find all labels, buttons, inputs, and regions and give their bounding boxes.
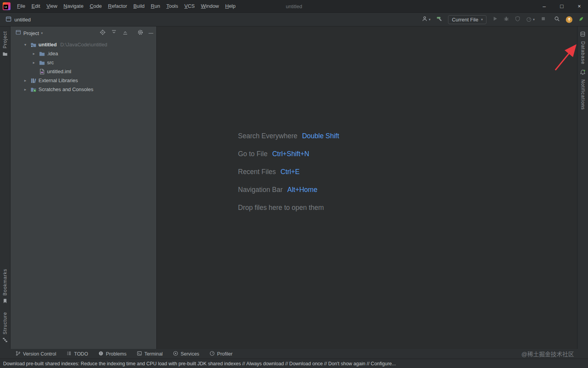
chevron-right-icon[interactable]: ▸: [22, 78, 28, 83]
collapse-all-icon[interactable]: [122, 29, 128, 37]
search-everywhere-icon[interactable]: [554, 16, 560, 23]
tree-item-src-folder[interactable]: ▸ src: [10, 58, 156, 67]
tool-button-label: TODO: [74, 351, 88, 357]
menu-window[interactable]: Window: [198, 0, 222, 12]
profiler-gauge-icon: [210, 351, 215, 357]
stripe-structure-label: Structure: [2, 312, 8, 335]
gear-icon[interactable]: [137, 29, 144, 37]
menu-file[interactable]: File: [14, 0, 28, 12]
project-panel-title[interactable]: Project: [23, 30, 39, 36]
menu-help[interactable]: Help: [222, 0, 239, 12]
tree-item-scratches[interactable]: ▸ Scratches and Consoles: [10, 85, 156, 94]
profiler-button[interactable]: ▾: [526, 17, 535, 22]
empty-state-shortcuts: Search Everywhere Double Shift Go to Fil…: [238, 127, 339, 217]
tool-button-version-control[interactable]: Version Control: [16, 351, 56, 357]
project-tree: ▾ untitled D:\JavaCode\untitled ▸ .idea …: [10, 40, 156, 94]
run-configuration-label: Current File: [452, 17, 478, 23]
code-with-me-icon[interactable]: [578, 16, 584, 23]
run-button[interactable]: [492, 16, 498, 23]
stripe-database-button[interactable]: Database: [578, 31, 588, 64]
shortcut-label: Go to File: [238, 150, 268, 158]
title-bar: IJ File Edit View Navigate Code Refactor…: [0, 0, 588, 13]
menu-view[interactable]: View: [43, 0, 60, 12]
editor-area: Search Everywhere Double Shift Go to Fil…: [157, 26, 577, 349]
project-panel-icon: [16, 30, 21, 37]
menu-vcs[interactable]: VCS: [181, 0, 198, 12]
chevron-down-icon: ▾: [429, 18, 430, 21]
chevron-down-icon: ▾: [481, 18, 483, 21]
run-configuration-select[interactable]: Current File ▾: [448, 15, 486, 24]
tool-button-profiler[interactable]: Profiler: [210, 351, 233, 357]
terminal-icon: [137, 351, 142, 357]
intellij-logo-letters: IJ: [4, 5, 8, 9]
tool-button-label: Version Control: [23, 351, 56, 357]
project-panel-actions: ―: [100, 29, 153, 37]
tool-button-todo[interactable]: TODO: [66, 351, 88, 357]
shortcut-line: Recent Files Ctrl+E: [238, 163, 339, 181]
hide-panel-icon[interactable]: ―: [149, 31, 153, 35]
tool-button-label: Profiler: [217, 351, 233, 357]
menu-navigate[interactable]: Navigate: [60, 0, 86, 12]
libraries-icon: [30, 77, 37, 84]
project-widget[interactable]: untitled: [5, 16, 31, 23]
status-separator: //: [323, 361, 328, 366]
chevron-down-icon[interactable]: ▾: [41, 31, 43, 35]
menu-code[interactable]: Code: [87, 0, 105, 12]
status-action-always-download[interactable]: Always download: [246, 361, 284, 366]
shortcut-label: Recent Files: [238, 168, 276, 176]
status-bar: Download pre-built shared indexes: Reduc…: [0, 359, 588, 368]
window-controls: – □ ×: [536, 0, 588, 12]
left-tool-stripe: Project Bookmarks Structure: [0, 26, 10, 349]
chevron-right-icon[interactable]: ▸: [31, 60, 37, 65]
user-menu[interactable]: ▾: [422, 16, 430, 23]
menu-tools[interactable]: Tools: [163, 0, 181, 12]
menu-edit[interactable]: Edit: [28, 0, 43, 12]
menu-run[interactable]: Run: [148, 0, 163, 12]
build-hammer-icon[interactable]: [436, 16, 442, 23]
close-button[interactable]: ×: [570, 0, 588, 12]
bookmark-icon: [2, 298, 8, 305]
status-separator: //: [365, 361, 371, 366]
status-action-dont-show-again[interactable]: Don't show again: [328, 361, 366, 366]
run-with-coverage-button[interactable]: [515, 16, 520, 23]
tool-button-terminal[interactable]: Terminal: [137, 351, 163, 357]
tree-item-project-root[interactable]: ▾ untitled D:\JavaCode\untitled: [10, 40, 156, 49]
project-panel-header: Project ▾ ―: [10, 26, 156, 40]
status-action-download-once[interactable]: Download once: [289, 361, 323, 366]
project-tool-window: Project ▾ ―: [10, 26, 157, 349]
database-icon: [580, 31, 586, 39]
tree-item-label: src: [47, 60, 54, 65]
stripe-project-button[interactable]: Project: [0, 31, 10, 58]
status-separator: //: [284, 361, 289, 366]
stripe-structure-button[interactable]: Structure: [0, 312, 10, 344]
tool-button-label: Problems: [106, 351, 126, 357]
stripe-bookmarks-label: Bookmarks: [2, 269, 8, 296]
shortcut-keys: Ctrl+E: [280, 168, 299, 176]
stripe-notifications-button[interactable]: Notifications: [578, 69, 588, 110]
chevron-down-icon: ▾: [533, 18, 535, 21]
chevron-right-icon[interactable]: ▸: [31, 51, 37, 56]
tree-item-untitled-iml[interactable]: untitled.iml: [10, 67, 156, 76]
debug-button[interactable]: [504, 16, 509, 23]
locate-file-icon[interactable]: [100, 29, 106, 37]
chevron-down-icon[interactable]: ▾: [22, 42, 28, 47]
stop-button[interactable]: [541, 16, 546, 23]
menu-build[interactable]: Build: [130, 0, 148, 12]
stripe-notifications-label: Notifications: [580, 79, 586, 110]
tree-item-idea-folder[interactable]: ▸ .idea: [10, 49, 156, 58]
minimize-button[interactable]: –: [536, 0, 553, 12]
tool-button-problems[interactable]: Problems: [98, 351, 126, 357]
tree-item-path: D:\JavaCode\untitled: [60, 42, 107, 48]
status-separator: //: [241, 361, 246, 366]
tree-item-external-libraries[interactable]: ▸ External Libraries: [10, 76, 156, 85]
chevron-right-icon[interactable]: ▸: [22, 87, 28, 92]
status-action-configure[interactable]: Configure...: [371, 361, 396, 366]
menu-refactor[interactable]: Refactor: [105, 0, 130, 12]
tool-button-services[interactable]: Services: [173, 351, 199, 357]
expand-all-icon[interactable]: [111, 29, 117, 37]
maximize-button[interactable]: □: [553, 0, 570, 12]
stripe-bookmarks-button[interactable]: Bookmarks: [0, 269, 10, 305]
menu-bar: File Edit View Navigate Code Refactor Bu…: [14, 0, 239, 12]
tree-item-label: untitled: [38, 42, 57, 48]
update-available-icon[interactable]: [566, 16, 572, 23]
